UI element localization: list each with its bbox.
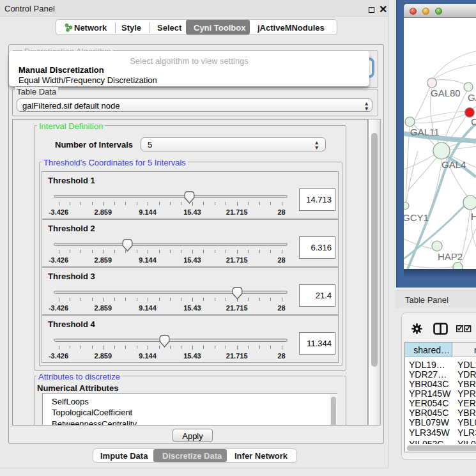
svg-text:GCY1: GCY1 — [404, 212, 429, 223]
svg-text:GAL11: GAL11 — [410, 127, 440, 137]
svg-text:GAL4: GAL4 — [441, 159, 466, 170]
svg-text:HAP2: HAP2 — [438, 251, 463, 262]
svg-text:C: C — [471, 116, 476, 127]
svg-text:GA: GA — [468, 92, 476, 103]
svg-text:GAL80: GAL80 — [431, 88, 461, 98]
svg-text:H: H — [471, 211, 476, 222]
